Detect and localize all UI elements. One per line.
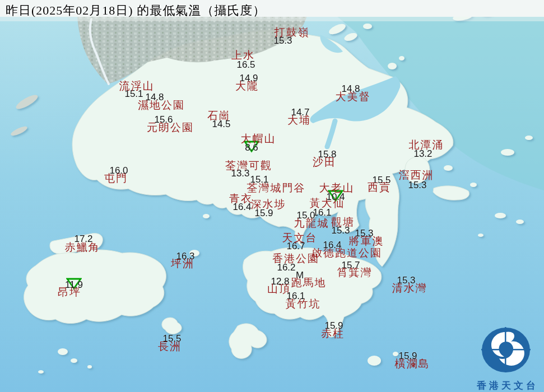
- station-name: 上水: [231, 50, 255, 60]
- station-name: 跑馬地: [291, 277, 327, 288]
- island: [478, 234, 483, 237]
- station-name: 打鼓嶺: [275, 27, 310, 38]
- island: [444, 165, 453, 171]
- station-name: 九龍城: [294, 218, 329, 228]
- station-temp-value: 16.5: [236, 60, 255, 69]
- station-name: 石崗: [207, 110, 231, 121]
- hko-logo: 香港天文台 HONG KONG OBSERVATORY: [473, 322, 542, 390]
- station-name: 大帽山: [241, 133, 276, 144]
- station-temp-value: 16.1: [313, 208, 331, 217]
- station-name: 屯門: [104, 173, 128, 184]
- island: [393, 352, 398, 356]
- station-name: 啟德跑道公園: [311, 248, 382, 258]
- station-name: 赤柱: [321, 328, 345, 339]
- island: [470, 183, 477, 187]
- station-name: 橫瀾島: [395, 358, 430, 369]
- station-name: 大隴: [235, 81, 259, 91]
- po-toi-island: [368, 356, 381, 366]
- weather-map-page: 昨日(2025年02月18日) 的最低氣溫（攝氏度） 15.3打鼓嶺16.5上水…: [0, 0, 544, 392]
- island: [501, 149, 514, 156]
- lantau-island: [24, 250, 166, 324]
- station-name: 香港公園: [272, 253, 319, 264]
- map-title: 昨日(2025年02月18日) 的最低氣溫（攝氏度）: [6, 2, 266, 19]
- station-name: 坪洲: [171, 258, 194, 269]
- station-name: 筲箕灣: [337, 267, 373, 278]
- island: [525, 136, 533, 140]
- station-name: 荃灣可觀: [225, 160, 272, 171]
- island: [363, 24, 372, 29]
- station-name: 青衣: [229, 193, 253, 204]
- hko-logo-icon: [473, 322, 542, 376]
- station-name: 元朗公園: [147, 122, 194, 133]
- station-temp-value: 15.3: [408, 180, 426, 190]
- island: [388, 63, 397, 69]
- station-name: 赤鱲角: [65, 242, 100, 253]
- station-name: 清水灣: [392, 283, 427, 293]
- station-name: 濕地公園: [138, 100, 185, 110]
- station-name: 沙田: [313, 157, 336, 167]
- station-name: 大美督: [336, 91, 371, 102]
- island: [495, 213, 506, 218]
- station-name: 西貢: [368, 182, 391, 193]
- island: [71, 358, 77, 363]
- island: [87, 365, 92, 368]
- island: [38, 370, 44, 374]
- station-name: 天文台: [282, 232, 318, 243]
- station-name: 滘西洲: [399, 170, 434, 180]
- island: [58, 348, 68, 355]
- hko-logo-cn-text: 香港天文台: [473, 379, 542, 392]
- station-name: 北潭涌: [409, 139, 444, 150]
- station-name: 將軍澳: [349, 236, 384, 246]
- hong-kong-map: [0, 0, 544, 392]
- station-name: 流浮山: [119, 81, 155, 91]
- station-name: 大老山: [319, 183, 355, 193]
- station-name: 黃竹坑: [286, 298, 321, 309]
- island: [399, 56, 404, 60]
- station-name: 大埔: [287, 115, 311, 125]
- station-name: 黃大仙: [310, 198, 345, 208]
- island: [203, 214, 210, 218]
- station-name: 觀塘: [331, 217, 355, 227]
- island: [516, 220, 524, 224]
- station-name: 長洲: [158, 341, 182, 352]
- station-name: 深水埗: [251, 199, 286, 209]
- station-name: 昂坪: [58, 287, 81, 297]
- station-name: 荃灣城門谷: [247, 183, 306, 193]
